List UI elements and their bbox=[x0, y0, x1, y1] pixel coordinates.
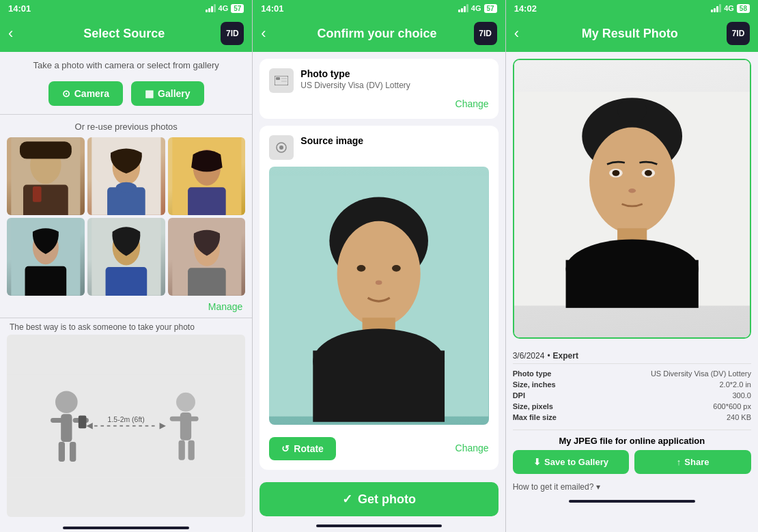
svg-rect-24 bbox=[51, 418, 66, 423]
photo-thumb-5[interactable] bbox=[87, 218, 165, 296]
photo-type-row: Photo type US Diversity Visa (DV) Lotter… bbox=[269, 68, 488, 93]
rotate-button[interactable]: ↺ Rotate bbox=[269, 437, 336, 460]
info-val-1: 2.0*2.0 in bbox=[720, 380, 751, 389]
battery-3: 58 bbox=[737, 4, 750, 13]
svg-point-52 bbox=[392, 265, 401, 272]
app-logo-1: 7ID bbox=[221, 22, 244, 45]
result-photo bbox=[514, 60, 750, 337]
gallery-button[interactable]: ▦ Gallery bbox=[131, 81, 203, 106]
info-row-0: Photo type US Diversity Visa (DV) Lotter… bbox=[513, 369, 751, 378]
svg-point-56 bbox=[617, 98, 647, 122]
signal-icon-2 bbox=[458, 4, 468, 12]
share-button[interactable]: ↑ Share bbox=[634, 450, 751, 474]
svg-point-44 bbox=[279, 145, 283, 150]
source-actions: ↺ Rotate Change bbox=[269, 430, 488, 460]
svg-rect-4 bbox=[33, 186, 42, 202]
svg-point-65 bbox=[612, 170, 619, 176]
save-label: Save to Gallery bbox=[544, 457, 608, 467]
photo-tip-illustration: 1.5-2m (6ft) bbox=[7, 335, 245, 517]
rotate-icon: ↺ bbox=[281, 443, 290, 454]
subtitle-1: Take a photo with camera or select from … bbox=[0, 52, 252, 76]
app-logo-2: 7ID bbox=[474, 22, 497, 45]
nav-bar-2: ‹ Confirm your choice 7ID bbox=[253, 16, 505, 52]
svg-rect-20 bbox=[188, 268, 226, 295]
status-right-3: 4G 58 bbox=[711, 4, 750, 13]
action-buttons: ⬇ Save to Gallery ↑ Share bbox=[506, 450, 758, 479]
gallery-label: Gallery bbox=[158, 88, 190, 99]
network-2: 4G bbox=[471, 4, 481, 12]
source-change-link[interactable]: Change bbox=[455, 443, 489, 453]
screen-confirm-choice: 14:01 4G 57 ‹ Confirm your choice 7ID bbox=[253, 0, 505, 532]
info-row-1: Size, inches 2.0*2.0 in bbox=[513, 380, 751, 389]
battery-2: 57 bbox=[484, 4, 497, 13]
info-val-3: 600*600 px bbox=[713, 402, 751, 410]
photo-thumb-3[interactable] bbox=[168, 137, 246, 215]
photo-thumb-1[interactable] bbox=[7, 137, 85, 215]
camera-icon: ⊙ bbox=[62, 88, 70, 99]
manage-link[interactable]: Manage bbox=[0, 296, 252, 318]
info-key-4: Max file size bbox=[513, 413, 557, 421]
network-1: 4G bbox=[219, 4, 229, 12]
info-val-4: 240 KB bbox=[727, 413, 751, 421]
svg-point-67 bbox=[628, 188, 636, 193]
svg-point-57 bbox=[589, 127, 675, 233]
svg-point-33 bbox=[176, 392, 195, 411]
svg-point-8 bbox=[115, 182, 136, 193]
photo-type-content: Photo type US Diversity Visa (DV) Lotter… bbox=[300, 68, 488, 90]
get-photo-button[interactable]: ✓ Get photo bbox=[259, 482, 498, 516]
checkmark-icon: ✓ bbox=[342, 492, 352, 507]
best-way-text: The best way is to ask someone to take y… bbox=[0, 318, 252, 335]
nav-bar-3: ‹ My Result Photo 7ID bbox=[506, 16, 758, 52]
source-image-icon bbox=[269, 135, 294, 160]
svg-point-53 bbox=[376, 281, 382, 285]
source-photo-preview bbox=[269, 167, 488, 425]
photo-thumb-2[interactable] bbox=[87, 137, 165, 215]
reuse-label: Or re-use previous photos bbox=[0, 115, 252, 137]
screen-result-photo: 14:02 4G 58 ‹ My Result Photo 7ID bbox=[506, 0, 758, 532]
svg-rect-38 bbox=[188, 440, 194, 460]
save-to-gallery-button[interactable]: ⬇ Save to Gallery bbox=[513, 450, 630, 474]
nav-bar-1: ‹ Select Source 7ID bbox=[0, 16, 252, 52]
email-row[interactable]: How to get it emailed? ▾ bbox=[506, 479, 758, 497]
svg-point-51 bbox=[357, 265, 366, 272]
svg-rect-17 bbox=[105, 267, 147, 296]
screen-select-source: 14:01 4G 57 ‹ Select Source 7ID Take a p… bbox=[0, 0, 253, 532]
info-table: Photo type US Diversity Visa (DV) Lotter… bbox=[506, 364, 758, 430]
back-button-2[interactable]: ‹ bbox=[261, 25, 280, 42]
home-indicator-1 bbox=[63, 527, 189, 529]
photo-type-icon bbox=[269, 68, 294, 93]
svg-rect-50 bbox=[313, 350, 445, 421]
svg-rect-14 bbox=[25, 266, 67, 296]
photo-type-change[interactable]: Change bbox=[269, 98, 488, 109]
svg-rect-60 bbox=[565, 260, 698, 308]
source-image-card: Source image bbox=[259, 126, 498, 470]
info-val-0: US Diversity Visa (DV) Lottery bbox=[651, 369, 751, 378]
photo-thumb-6[interactable] bbox=[168, 218, 246, 296]
svg-point-47 bbox=[337, 221, 421, 326]
date-expert-row: 3/6/2024 • Expert bbox=[506, 346, 758, 363]
source-buttons: ⊙ Camera ▦ Gallery bbox=[0, 76, 252, 114]
info-row-4: Max file size 240 KB bbox=[513, 413, 751, 421]
get-photo-label: Get photo bbox=[358, 492, 416, 507]
svg-text:1.5-2m (6ft): 1.5-2m (6ft) bbox=[108, 415, 145, 423]
back-button-3[interactable]: ‹ bbox=[514, 25, 533, 42]
chevron-down-icon: ▾ bbox=[596, 482, 600, 492]
share-icon: ↑ bbox=[677, 457, 682, 467]
status-bar-1: 14:01 4G 57 bbox=[0, 0, 252, 16]
svg-rect-26 bbox=[59, 442, 65, 462]
status-right-1: 4G 57 bbox=[206, 4, 244, 13]
photo-type-value: US Diversity Visa (DV) Lottery bbox=[300, 81, 488, 90]
svg-rect-11 bbox=[188, 187, 226, 214]
rotate-label: Rotate bbox=[294, 443, 324, 454]
back-button-1[interactable]: ‹ bbox=[8, 25, 27, 42]
signal-icon-1 bbox=[206, 4, 216, 12]
camera-label: Camera bbox=[74, 88, 109, 99]
source-image-row: Source image bbox=[269, 135, 488, 160]
download-icon: ⬇ bbox=[533, 457, 541, 467]
source-image-label: Source image bbox=[300, 135, 363, 146]
nav-title-3: My Result Photo bbox=[533, 27, 727, 41]
photo-thumb-4[interactable] bbox=[7, 218, 85, 296]
email-label: How to get it emailed? bbox=[513, 482, 594, 492]
time-1: 14:01 bbox=[8, 3, 31, 14]
camera-button[interactable]: ⊙ Camera bbox=[48, 81, 123, 106]
